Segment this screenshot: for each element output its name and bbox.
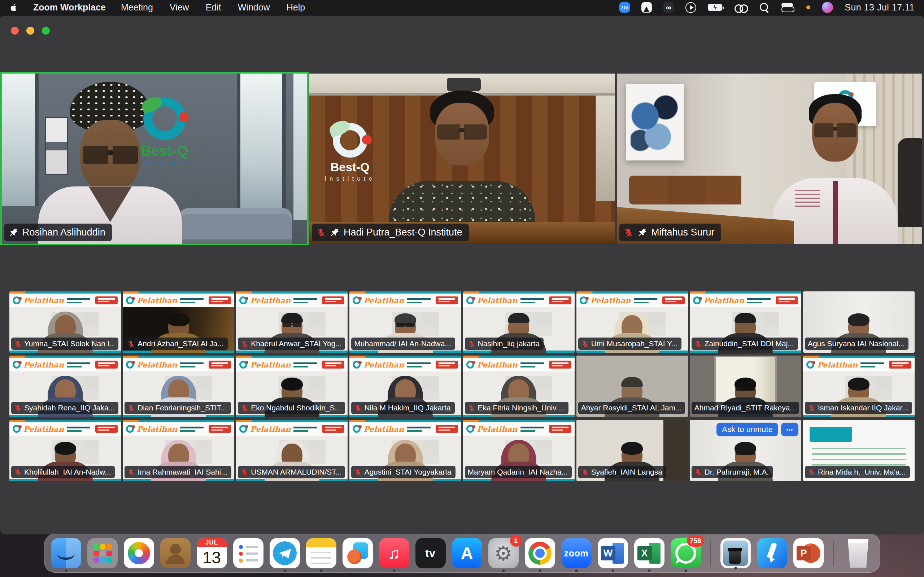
menu-window[interactable]: Window (238, 2, 270, 13)
creative-cloud-icon[interactable] (663, 2, 674, 13)
training-banner: Pelatihan (10, 358, 121, 371)
play-circle-icon[interactable] (685, 2, 696, 13)
bestq-mini-logo (466, 361, 474, 369)
participant-tile[interactable]: Pelatihan Ahmad Riyadi_STIT Rakeya... (690, 356, 801, 417)
banner-date-chip (549, 425, 571, 433)
bestq-mini-logo (13, 425, 21, 433)
siri-icon[interactable] (822, 2, 833, 13)
participant-tile[interactable]: Pelatihan Agustini_STAI Yogyakarta (349, 420, 461, 481)
powerpoint-dock-icon[interactable]: P (793, 538, 824, 568)
running-indicator (575, 569, 577, 572)
launchpad-dock-icon[interactable] (87, 538, 118, 568)
spotlight-icon[interactable] (759, 2, 770, 13)
appstore-dock-icon[interactable]: A (452, 538, 482, 568)
participant-name-tag: Miftahus Surur (619, 224, 721, 241)
banner-text-lines (747, 298, 773, 304)
participant-tile[interactable]: Pelatihan Nasihin_iiq jakarta (463, 292, 575, 353)
menu-meeting[interactable]: Meeting (121, 2, 153, 13)
participant-tile[interactable]: Pelatihan Dian Febrianingsih_STIT... (123, 356, 234, 417)
orange-indicator-icon[interactable] (806, 5, 810, 10)
video-tile-miftahus[interactable]: Best Miftahus Surur (617, 74, 922, 244)
banner-text-lines (294, 362, 319, 368)
running-indicator (611, 569, 614, 572)
participant-tile[interactable]: Pelatihan Muhammad/ IAI An-Nadwa... (349, 292, 461, 353)
fullscreen-button[interactable] (42, 27, 50, 35)
participant-tile[interactable]: Pelatihan Syahidah Rena_IIQ Jaka... (10, 356, 121, 417)
hotspot-link-icon[interactable] (734, 3, 748, 12)
preview-dock-icon[interactable] (720, 538, 751, 568)
zm-badge-icon[interactable]: zm (619, 2, 630, 13)
word-dock-icon[interactable]: W (598, 538, 628, 568)
participant-tile[interactable]: Pelatihan Ahyar Rasyidi_STAI AL Jam... (577, 356, 688, 417)
participant-tile[interactable]: Pelatihan Isman Iskandar IIQ Jakar... (803, 356, 914, 417)
banner-date-chip (208, 297, 231, 305)
control-center-icon[interactable] (782, 3, 795, 13)
participant-tile[interactable]: Pelatihan Eka Fitria Ningsih_Univ.... (463, 356, 575, 417)
menubar-clock[interactable]: Sun 13 Jul 17.11 (845, 2, 914, 13)
pin-icon (9, 227, 18, 237)
participant-tile[interactable]: Pelatihan Umi Musaropah_STAI Y... (577, 292, 688, 353)
settings-dock-icon[interactable]: ⚙1 (488, 538, 519, 568)
whatsapp-dock-icon[interactable]: 758 (670, 538, 701, 568)
office-window (2, 74, 39, 206)
participant-tile[interactable]: Pelatihan Ima Rahmawati_IAI Sahi... (123, 420, 234, 481)
apple-menu-icon[interactable] (10, 3, 18, 12)
finder-dock-icon[interactable] (51, 538, 81, 568)
participant-name-tag: Agus Suryana IAI Nasional... (805, 338, 908, 350)
notes-dock-icon[interactable] (306, 538, 336, 568)
participant-name: Ima Rahmawati_IAI Sahi... (137, 468, 228, 476)
participant-name-tag: Umi Musaropah_STAI Y... (578, 338, 682, 350)
participant-name-tag: Nasihin_iiq jakarta (465, 338, 544, 350)
photos-dock-icon[interactable] (124, 538, 154, 568)
training-banner: Pelatihan (236, 293, 347, 307)
music-dock-icon[interactable]: ♫ (379, 538, 409, 568)
trash-dock-icon[interactable] (843, 538, 874, 568)
participant-tile[interactable]: Pelatihan Nila M Hakim_IIQ Jakarta (349, 356, 461, 417)
running-indicator (502, 569, 505, 572)
participant-tile[interactable]: Pelatihan Maryam Qadarin_IAI Nazha... (463, 420, 575, 481)
reminders-dock-icon[interactable] (233, 538, 263, 568)
banner-title: Pelatihan (363, 297, 404, 305)
zoom-dock-icon[interactable]: zoom (561, 538, 591, 568)
excel-dock-icon[interactable]: X (634, 538, 664, 568)
banner-date-chip (208, 361, 231, 369)
participant-tile[interactable]: Pelatihan Eko Ngabdul Shodikin_S... (236, 356, 347, 417)
telegram-dock-icon[interactable] (270, 538, 300, 568)
participant-tile[interactable]: Pelatihan Andri Azhari_STAI Al Ja... (123, 292, 234, 353)
participant-tile[interactable]: Pelatihan Rina Mida h._Univ. Ma'a... (803, 420, 914, 481)
participant-tile[interactable]: Pelatihan Ask to unmute ••• Dr. Pahrurra… (690, 420, 801, 481)
more-options-button[interactable]: ••• (781, 423, 798, 436)
video-tile-hadi[interactable]: Best-QInstitute Hadi Putra_Best-Q Instit… (309, 74, 615, 244)
participant-tile[interactable]: Pelatihan Khaerul Anwar_STAI Yog... (236, 292, 347, 353)
participant-name: Kholilullah_IAI An-Nadw... (24, 468, 111, 476)
participant-tile[interactable]: Pelatihan Agus Suryana IAI Nasional... (803, 292, 914, 353)
participant-tile[interactable]: Pelatihan Syafieh_IAIN Langsa (577, 420, 688, 481)
muted-mic-icon (128, 469, 135, 476)
menu-app-name[interactable]: Zoom Workplace (33, 2, 106, 13)
training-banner: Pelatihan (236, 422, 347, 436)
running-indicator (684, 569, 687, 572)
pencil-dock-icon[interactable] (757, 538, 787, 568)
close-button[interactable] (11, 27, 19, 35)
participant-tile[interactable]: Pelatihan USMAN ARMALUDIN/ST... (236, 420, 347, 481)
training-banner: Pelatihan (123, 293, 234, 307)
menu-view[interactable]: View (170, 2, 189, 13)
participant-tile[interactable]: Pelatihan Zainuddin_STAI DDI Maj... (690, 292, 801, 353)
menu-items: MeetingViewEditWindowHelp (121, 2, 305, 13)
white-app-icon[interactable] (641, 2, 652, 13)
appletv-dock-icon[interactable]: tv (415, 538, 446, 568)
banner-title: Pelatihan (137, 361, 177, 369)
participant-tile[interactable]: Pelatihan Yumna_STAI Solok Nan I... (10, 292, 121, 353)
banner-date-chip (889, 361, 911, 369)
chrome-dock-icon[interactable] (525, 538, 555, 568)
calendar-dock-icon[interactable]: JUL13 (197, 538, 227, 568)
ask-to-unmute-button[interactable]: Ask to unmute (716, 423, 778, 436)
battery-charging-icon[interactable] (708, 4, 722, 11)
minimize-button[interactable] (26, 27, 34, 35)
contacts-dock-icon[interactable] (160, 538, 191, 568)
freeform-dock-icon[interactable] (342, 538, 373, 568)
menu-edit[interactable]: Edit (206, 2, 221, 13)
video-tile-rosihan[interactable]: Best-QInstitute Rosihan Aslihuddin (2, 74, 307, 244)
participant-tile[interactable]: Pelatihan Kholilullah_IAI An-Nadw... (10, 420, 121, 481)
menu-help[interactable]: Help (287, 2, 305, 13)
